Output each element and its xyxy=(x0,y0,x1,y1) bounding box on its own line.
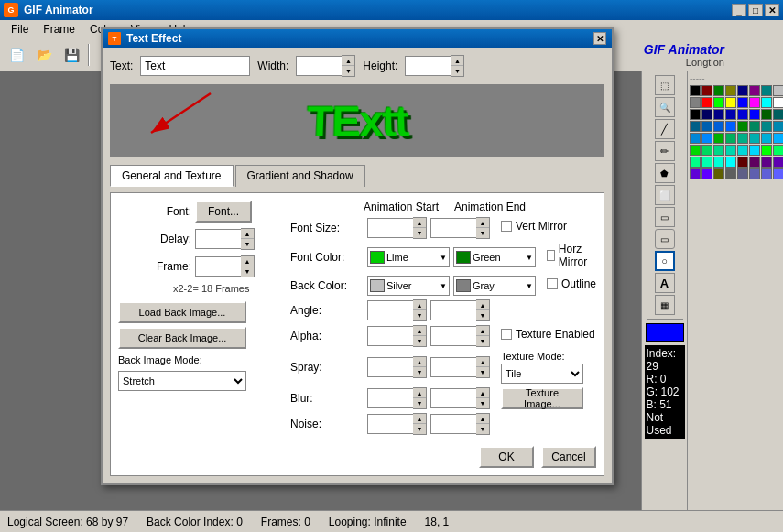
blur-start-spinbox: 0 ▲ ▼ xyxy=(367,387,427,409)
vert-mirror-checkbox[interactable] xyxy=(501,221,512,232)
width-spin-btns: ▲ ▼ xyxy=(342,55,355,77)
spray-start-up[interactable]: ▲ xyxy=(413,357,426,367)
angle-end-spinbox: -5 ▲ ▼ xyxy=(430,299,490,321)
back-image-mode-label: Back Image Mode: xyxy=(118,354,202,365)
height-spin-down[interactable]: ▼ xyxy=(451,66,463,76)
fontsize-start-spins: ▲ ▼ xyxy=(413,217,427,239)
fontcolor-start-text: Lime xyxy=(386,252,438,263)
fontsize-start-spinbox: 36 ▲ ▼ xyxy=(367,217,427,239)
anim-start-header: Animation Start xyxy=(364,201,451,213)
font-btn[interactable]: Font... xyxy=(195,201,252,223)
angle-end-up[interactable]: ▲ xyxy=(476,300,489,310)
cancel-button[interactable]: Cancel xyxy=(541,446,596,468)
frame-input[interactable]: 10 xyxy=(195,256,241,277)
fontcolor-end-dropdown[interactable]: Green ▼ xyxy=(453,247,536,267)
angle-end-down[interactable]: ▼ xyxy=(476,310,489,320)
anim-headers: Animation Start Animation End xyxy=(290,201,596,213)
dialog-close-btn[interactable]: ✕ xyxy=(593,32,606,45)
dialog-title-bar: T Text Effect ✕ xyxy=(103,29,612,48)
blur-end-down[interactable]: ▼ xyxy=(476,398,489,408)
width-spin-down[interactable]: ▼ xyxy=(342,66,354,76)
fontcolor-end-arrow: ▼ xyxy=(526,254,533,262)
noise-end-down[interactable]: ▼ xyxy=(476,424,489,434)
fontsize-end-input[interactable]: 24 xyxy=(430,218,476,238)
alpha-end-down[interactable]: ▼ xyxy=(476,336,489,346)
height-spin-up[interactable]: ▲ xyxy=(451,56,463,66)
width-input[interactable]: 185 xyxy=(296,56,342,76)
angle-start-down[interactable]: ▼ xyxy=(413,310,426,320)
spray-end-input[interactable]: 0 xyxy=(430,357,476,377)
frame-spin-up[interactable]: ▲ xyxy=(241,256,254,266)
noise-start-up[interactable]: ▲ xyxy=(413,414,426,424)
alpha-end-spins: ▲ ▼ xyxy=(476,325,490,347)
backcolor-end-dropdown[interactable]: Gray ▼ xyxy=(453,276,536,296)
blur-start-down[interactable]: ▼ xyxy=(413,398,426,408)
alpha-start-up[interactable]: ▲ xyxy=(413,326,426,336)
backcolor-start-dropdown[interactable]: Silver ▼ xyxy=(367,276,450,296)
width-spin-up[interactable]: ▲ xyxy=(342,56,354,66)
anim-spray-label: Spray: xyxy=(290,361,364,374)
anim-noise-row: Noise: 0 ▲ ▼ 0 ▲ xyxy=(290,413,596,435)
tab-general[interactable]: General and Texture xyxy=(110,165,234,187)
blur-end-input[interactable]: 0 xyxy=(430,388,476,408)
dialog-bottom: OK Cancel xyxy=(118,446,596,468)
angle-start-spins: ▲ ▼ xyxy=(413,299,427,321)
blur-start-input[interactable]: 0 xyxy=(367,388,413,408)
fontsize-start-down[interactable]: ▼ xyxy=(413,228,426,238)
height-spin-btns: ▲ ▼ xyxy=(451,55,464,77)
texture-mode-select[interactable]: Tile Stretch Center xyxy=(501,364,583,384)
preview-text: TExtt xyxy=(306,97,409,147)
angle-start-input[interactable]: 5 xyxy=(367,300,413,320)
noise-end-up[interactable]: ▲ xyxy=(476,414,489,424)
arrow-annotation xyxy=(128,89,247,139)
font-row: Font: Font... xyxy=(118,201,276,223)
tab-gradient[interactable]: Gradient and Shadow xyxy=(235,165,365,187)
alpha-start-down[interactable]: ▼ xyxy=(413,336,426,346)
alpha-end-up[interactable]: ▲ xyxy=(476,326,489,336)
spray-start-down[interactable]: ▼ xyxy=(413,367,426,377)
noise-start-down[interactable]: ▼ xyxy=(413,424,426,434)
height-input[interactable]: 60 xyxy=(405,56,451,76)
outline-checkbox[interactable] xyxy=(547,278,558,289)
frame-label: Frame: xyxy=(118,260,191,273)
clear-back-btn[interactable]: Clear Back Image... xyxy=(118,327,246,349)
anim-backcolor-label: Back Color: xyxy=(290,279,364,292)
fontcolor-start-dropdown[interactable]: Lime ▼ xyxy=(367,247,450,267)
frame-spin-down[interactable]: ▼ xyxy=(241,266,254,277)
angle-end-input[interactable]: -5 xyxy=(430,300,476,320)
right-column: Animation Start Animation End Font Size:… xyxy=(290,201,596,439)
fontsize-end-down[interactable]: ▼ xyxy=(476,228,489,238)
svg-line-1 xyxy=(151,93,211,133)
horz-mirror-checkbox[interactable] xyxy=(547,250,555,261)
load-back-btn[interactable]: Load Back Image... xyxy=(118,301,246,323)
angle-start-up[interactable]: ▲ xyxy=(413,300,426,310)
ok-button[interactable]: OK xyxy=(479,446,534,468)
anim-alpha-label: Alpha: xyxy=(290,330,364,342)
delay-spin-down[interactable]: ▼ xyxy=(241,239,254,249)
backcolor-end-text: Gray xyxy=(473,280,524,291)
noise-start-input[interactable]: 0 xyxy=(367,414,413,434)
fontcolor-end-swatch xyxy=(456,251,471,264)
alpha-end-input[interactable]: 80 xyxy=(430,326,476,346)
spray-end-down[interactable]: ▼ xyxy=(476,367,489,377)
fontsize-start-up[interactable]: ▲ xyxy=(413,218,426,228)
blur-end-up[interactable]: ▲ xyxy=(476,388,489,398)
delay-spin-up[interactable]: ▲ xyxy=(241,229,254,239)
text-effect-dialog: T Text Effect ✕ Text: Width: 185 ▲ ▼ Hei… xyxy=(101,27,614,485)
spray-start-input[interactable]: 0 xyxy=(367,357,413,377)
blur-start-up[interactable]: ▲ xyxy=(413,388,426,398)
spray-end-up[interactable]: ▲ xyxy=(476,357,489,367)
texture-image-btn[interactable]: Texture Image... xyxy=(501,387,583,409)
fontsize-start-input[interactable]: 36 xyxy=(367,218,413,238)
noise-end-input[interactable]: 0 xyxy=(430,414,476,434)
fontcolor-start-swatch xyxy=(370,251,385,264)
text-input[interactable] xyxy=(140,56,250,76)
back-image-mode-select[interactable]: Stretch Tile Center xyxy=(118,371,246,391)
noise-start-spins: ▲ ▼ xyxy=(413,413,427,435)
alpha-start-input[interactable]: 100 xyxy=(367,326,413,346)
delay-input[interactable]: 100 xyxy=(195,229,241,249)
fontsize-end-up[interactable]: ▲ xyxy=(476,218,489,228)
texture-enabled-checkbox[interactable] xyxy=(501,329,512,340)
dialog-icon: T xyxy=(108,32,121,45)
blur-end-spins: ▲ ▼ xyxy=(476,387,490,409)
